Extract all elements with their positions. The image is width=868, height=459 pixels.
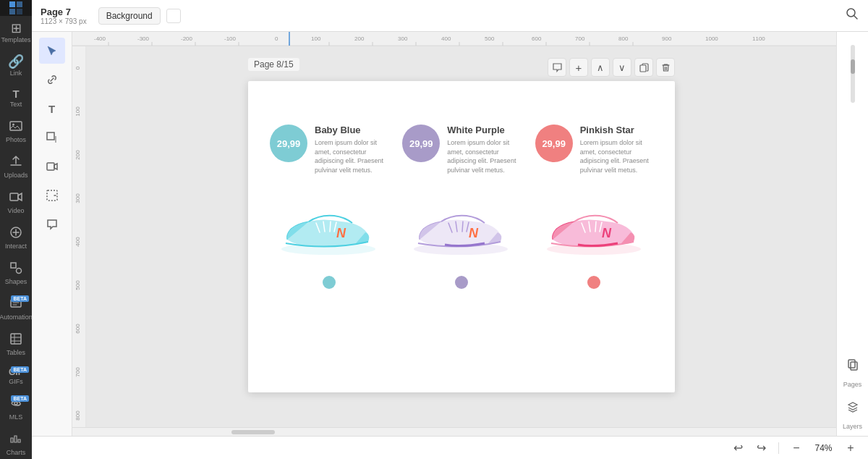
svg-text:100: 100 [75, 106, 81, 117]
sneaker-item-baby-blue: 29,99 Baby Blue Lorem ipsum dolor sit am… [270, 125, 388, 289]
sidebar-item-interact[interactable]: Interact [0, 220, 32, 256]
zoom-in-button[interactable]: + [842, 439, 859, 457]
sidebar-label-uploads: Uploads [4, 172, 27, 179]
sidebar-item-automation[interactable]: BETA Automation [0, 291, 32, 327]
page-title: Page 7 [41, 7, 87, 17]
background-button[interactable]: Background [98, 7, 161, 25]
sidebar-item-uploads[interactable]: Uploads [0, 149, 32, 185]
sidebar-label-photos: Photos [6, 136, 26, 143]
tables-icon [9, 332, 22, 348]
left-sidebar: ⊞ Templates 🔗 Link T Text Photos Uploads [0, 0, 32, 459]
sneaker-desc-white-purple: Lorem ipsum dolor sit amet, consectetur … [447, 138, 520, 174]
bottom-bar: ↩ ↪ − 74% + [32, 436, 868, 459]
app-logo [0, 0, 32, 16]
sidebar-item-templates[interactable]: ⊞ Templates [0, 16, 32, 49]
add-page-button[interactable]: + [569, 58, 588, 77]
sidebar-item-mls[interactable]: BETA MLS [0, 391, 32, 426]
sidebar-label-tables: Tables [7, 349, 25, 356]
sneaker-info-white-purple: White Purple Lorem ipsum dolor sit amet,… [447, 125, 520, 174]
svg-text:0: 0 [75, 66, 81, 70]
sneaker-image-white-purple: N [405, 189, 517, 261]
sneaker-header-white-purple: 29,99 White Purple Lorem ipsum dolor sit… [402, 125, 520, 174]
sneaker-item-pinkish-star: 29,99 Pinkish Star Lorem ipsum dolor sit… [535, 125, 653, 289]
svg-text:0: 0 [275, 35, 278, 42]
scrollbar-thumb[interactable] [231, 430, 275, 434]
move-up-button[interactable]: ∧ [591, 58, 610, 77]
text-tool-button[interactable]: T [39, 96, 65, 122]
top-bar: Page 7 1123 × 793 px Background [32, 0, 868, 32]
text-icon: T [12, 88, 19, 99]
vertical-ruler: 0 100 200 300 400 500 600 700 800 [72, 46, 87, 427]
container-tool-button[interactable] [39, 182, 65, 209]
search-button[interactable] [845, 7, 859, 25]
sneaker-desc-baby-blue: Lorem ipsum dolor sit amet, consectetur … [315, 138, 388, 174]
horizontal-scrollbar[interactable] [72, 427, 836, 436]
svg-rect-59 [640, 65, 646, 72]
price-white-purple: 29,99 [409, 138, 433, 149]
sneaker-desc-pinkish-star: Lorem ipsum dolor sit amet, consectetur … [580, 138, 653, 174]
vertical-scrollbar-thumb[interactable] [851, 59, 855, 74]
sidebar-item-photos[interactable]: Photos [0, 114, 32, 149]
workspace: -400 -300 -200 -100 0 100 200 300 400 50… [72, 32, 836, 436]
page-toolbar: Page 8/15 [248, 58, 299, 71]
shapes-tool-button[interactable] [39, 125, 65, 151]
svg-text:100: 100 [311, 35, 321, 42]
sidebar-item-tables[interactable]: Tables [0, 327, 32, 362]
layers-label: Layers [843, 423, 862, 430]
svg-text:200: 200 [354, 35, 365, 42]
comment-page-button[interactable] [548, 58, 566, 77]
sidebar-item-charts[interactable]: Charts [0, 426, 32, 459]
sidebar-label-link: Link [10, 70, 22, 77]
svg-text:900: 900 [662, 35, 672, 42]
price-pinkish-star: 29,99 [542, 138, 566, 149]
right-panel: Pages Layers [836, 32, 868, 436]
svg-rect-10 [11, 334, 21, 344]
svg-text:700: 700 [75, 367, 81, 377]
sidebar-item-text[interactable]: T Text [0, 83, 32, 114]
svg-rect-6 [10, 193, 18, 201]
page-size: 1123 × 793 px [41, 17, 87, 25]
sidebar-item-link[interactable]: 🔗 Link [0, 49, 32, 83]
pages-panel-button[interactable] [840, 352, 866, 378]
svg-text:700: 700 [575, 35, 585, 42]
delete-page-button[interactable] [656, 58, 675, 77]
svg-text:800: 800 [75, 410, 81, 421]
zoom-out-button[interactable]: − [788, 439, 805, 457]
svg-text:300: 300 [398, 35, 408, 42]
page-toolbar-actions: + ∧ ∨ [548, 58, 675, 77]
pages-label: Pages [843, 381, 862, 388]
svg-text:N: N [469, 226, 479, 240]
mls-beta-badge: BETA [11, 395, 29, 402]
sneaker-item-white-purple: 29,99 White Purple Lorem ipsum dolor sit… [402, 125, 520, 289]
sneaker-image-pinkish-star: N [538, 189, 650, 261]
move-down-button[interactable]: ∨ [613, 58, 631, 77]
svg-point-12 [847, 9, 855, 17]
shapes-icon [9, 261, 22, 277]
sidebar-item-video[interactable]: Video [0, 185, 32, 220]
comment-tool-button[interactable] [39, 211, 65, 237]
svg-rect-1 [17, 1, 22, 7]
select-tool-button[interactable] [39, 38, 65, 64]
price-circle-white-purple: 29,99 [402, 125, 440, 162]
sneaker-info-baby-blue: Baby Blue Lorem ipsum dolor sit amet, co… [315, 125, 388, 174]
redo-button[interactable]: ↪ [752, 439, 770, 457]
sidebar-item-gifs[interactable]: BETA GIF GIFs [0, 362, 32, 391]
undo-button[interactable]: ↩ [729, 439, 746, 457]
sneaker-header-baby-blue: 29,99 Baby Blue Lorem ipsum dolor sit am… [270, 125, 388, 174]
duplicate-page-button[interactable] [634, 58, 653, 77]
video-tool-button[interactable] [39, 153, 65, 180]
svg-text:N: N [336, 226, 346, 240]
svg-rect-2 [9, 9, 15, 14]
sneaker-header-pinkish-star: 29,99 Pinkish Star Lorem ipsum dolor sit… [535, 125, 653, 174]
background-color-swatch[interactable] [166, 9, 181, 23]
automation-beta-badge: BETA [11, 295, 29, 302]
link-tool-button[interactable] [39, 67, 65, 93]
svg-rect-3 [17, 9, 22, 14]
interact-icon [9, 226, 22, 241]
svg-text:400: 400 [75, 237, 81, 247]
sidebar-item-shapes[interactable]: Shapes [0, 256, 32, 291]
vertical-scrollbar[interactable] [851, 45, 855, 103]
sneaker-name-white-purple: White Purple [447, 125, 520, 135]
page-number-label: Page 8/15 [248, 58, 299, 71]
layers-panel-button[interactable] [840, 394, 866, 420]
